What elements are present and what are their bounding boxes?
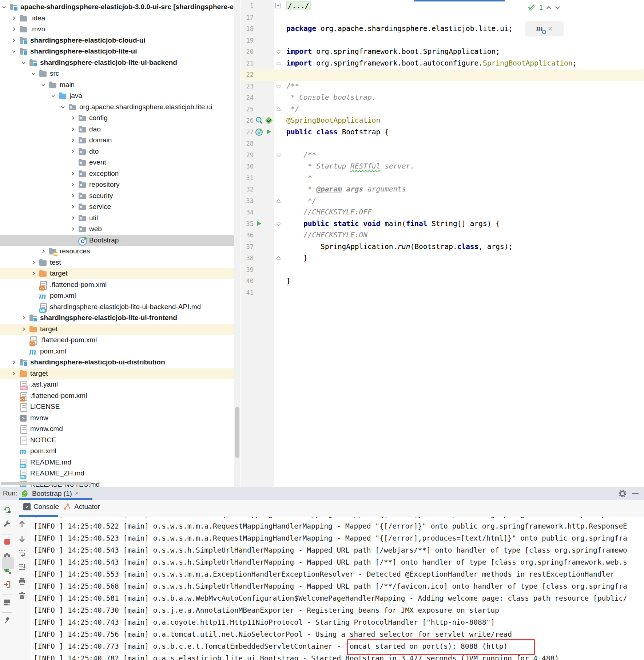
tree-row-security[interactable]: security bbox=[0, 191, 240, 202]
tree-row-target[interactable]: target bbox=[0, 268, 240, 279]
expand-chevron-icon[interactable] bbox=[70, 193, 76, 199]
run-class-icon[interactable] bbox=[255, 128, 263, 137]
tree-row-pom.xml[interactable]: mpom.xml bbox=[0, 291, 240, 301]
close-run-tab-icon[interactable]: × bbox=[75, 490, 79, 497]
maven-reload-icon[interactable]: m bbox=[536, 24, 543, 33]
tree-row-resources[interactable]: resources bbox=[0, 246, 240, 257]
tab-actuator[interactable]: Actuator bbox=[63, 503, 100, 511]
tree-row-readme.md[interactable]: MDREADME.md bbox=[0, 457, 240, 468]
expand-chevron-icon[interactable] bbox=[21, 327, 27, 332]
tree-row-web[interactable]: web bbox=[0, 224, 240, 235]
tree-row-shardingsphere-elasticjob-lite-ui-backend-api.md[interactable]: MDshardingsphere-elasticjob-lite-ui-back… bbox=[0, 302, 240, 313]
fold-marker-icon[interactable] bbox=[276, 256, 281, 261]
tree-row-.mvn[interactable]: .mvn bbox=[0, 24, 240, 35]
next-problem-chevron-icon[interactable] bbox=[555, 6, 560, 9]
expand-chevron-icon[interactable] bbox=[11, 27, 17, 32]
tree-row-mvnw.cmd[interactable]: mvnw.cmd bbox=[0, 424, 240, 435]
tree-row-util[interactable]: util bbox=[0, 213, 240, 224]
dismiss-maven-popup-icon[interactable]: × bbox=[548, 25, 553, 32]
tree-row-event[interactable]: event bbox=[0, 157, 240, 168]
collapse-chevron-icon[interactable] bbox=[1, 4, 7, 10]
tree-row-shardingsphere-elasticjob-cloud-ui[interactable]: shardingsphere-elasticjob-cloud-ui bbox=[0, 35, 240, 46]
expand-chevron-icon[interactable] bbox=[31, 260, 37, 266]
collapse-chevron-icon[interactable] bbox=[60, 104, 66, 110]
tree-row-shardingsphere-elasticjob-lite-ui-backend[interactable]: shardingsphere-elasticjob-lite-ui-backen… bbox=[0, 58, 240, 68]
up-arrow-icon[interactable] bbox=[18, 520, 26, 529]
tree-row-mvnw[interactable]: >mvnw bbox=[0, 413, 240, 424]
tree-row-org.apache.shardingsphere.elasticjob.lite.ui[interactable]: org.apache.shardingsphere.elasticjob.lit… bbox=[0, 102, 240, 113]
stop-icon[interactable] bbox=[3, 538, 11, 546]
run-tab-bootstrap[interactable]: Bootstrap (1) × bbox=[20, 488, 79, 499]
minimize-toolwindow-icon[interactable] bbox=[632, 493, 639, 494]
tree-row-dto[interactable]: dto bbox=[0, 146, 240, 157]
soft-wrap-icon[interactable] bbox=[18, 549, 26, 557]
down-arrow-icon[interactable] bbox=[18, 534, 26, 543]
fold-marker-icon[interactable] bbox=[276, 153, 281, 158]
tree-row-.asf.yaml[interactable]: YML.asf.yaml bbox=[0, 379, 240, 390]
tree-row-repository[interactable]: repository bbox=[0, 179, 240, 190]
collapse-chevron-icon[interactable] bbox=[11, 49, 17, 55]
bean-magnifier-icon[interactable] bbox=[255, 116, 263, 125]
tree-row-shardingsphere-elasticjob-ui-distribution[interactable]: shardingsphere-elasticjob-ui-distributio… bbox=[0, 357, 240, 368]
tree-row-domain[interactable]: domain bbox=[0, 135, 240, 146]
expand-chevron-icon[interactable] bbox=[70, 149, 76, 155]
console-output[interactable]: [INFO ] 14:25:40.522 [main] o.s.w.s.m.m.… bbox=[31, 517, 644, 660]
tree-row-pom.xml[interactable]: mpom.xml bbox=[0, 346, 240, 357]
tree-row-exception[interactable]: exception bbox=[0, 169, 240, 179]
wrench-icon[interactable] bbox=[3, 520, 11, 528]
expand-chevron-icon[interactable] bbox=[70, 182, 76, 188]
tree-horizontal-scrollbar-thumb[interactable] bbox=[1, 482, 91, 485]
tree-row-shardingsphere-elasticjob-lite-ui[interactable]: shardingsphere-elasticjob-lite-ui bbox=[0, 46, 240, 57]
tree-row-target[interactable]: target bbox=[0, 324, 240, 335]
expand-chevron-icon[interactable] bbox=[11, 38, 17, 44]
expand-chevron-icon[interactable] bbox=[70, 216, 76, 221]
previous-problem-chevron-icon[interactable] bbox=[546, 6, 552, 9]
collapse-chevron-icon[interactable] bbox=[21, 60, 27, 66]
tree-row-test[interactable]: test bbox=[0, 257, 240, 268]
expand-chevron-icon[interactable] bbox=[70, 204, 76, 210]
tree-row-notice[interactable]: NOTICE bbox=[0, 435, 240, 446]
fold-marker-icon[interactable] bbox=[276, 84, 281, 89]
play-icon[interactable] bbox=[265, 128, 273, 137]
tree-vertical-scrollbar-thumb[interactable] bbox=[235, 407, 239, 458]
tree-row-.flattened-pom.xml[interactable]: <>.flattened-pom.xml bbox=[0, 391, 240, 402]
tree-row-config[interactable]: config bbox=[0, 113, 240, 124]
rerun-icon[interactable] bbox=[3, 506, 11, 514]
fold-marker-icon[interactable] bbox=[276, 198, 281, 203]
tree-row-apache-shardingsphere-elasticjob-3.0.0-ui-src[interactable]: apache-shardingsphere-elasticjob-3.0.0-u… bbox=[0, 2, 240, 13]
expand-chevron-icon[interactable] bbox=[70, 171, 76, 177]
tree-row-pom.xml[interactable]: mpom.xml bbox=[0, 446, 240, 457]
expand-chevron-icon[interactable] bbox=[70, 226, 76, 232]
exit-icon[interactable] bbox=[3, 580, 11, 589]
maven-reload-popup[interactable]: m × bbox=[525, 21, 564, 36]
print-icon[interactable] bbox=[18, 577, 26, 585]
collapse-chevron-icon[interactable] bbox=[31, 71, 37, 77]
expand-chevron-icon[interactable] bbox=[41, 249, 47, 254]
tree-vertical-scrollbar[interactable] bbox=[234, 0, 240, 487]
expand-chevron-icon[interactable] bbox=[70, 115, 76, 121]
fold-marker-icon[interactable] bbox=[276, 61, 281, 66]
expand-chevron-icon[interactable] bbox=[21, 315, 27, 321]
fold-expand-icon[interactable]: + bbox=[275, 3, 281, 8]
expand-chevron-icon[interactable] bbox=[11, 16, 17, 21]
tab-console[interactable]: > Console bbox=[23, 503, 59, 511]
fold-marker-icon[interactable] bbox=[276, 49, 281, 54]
tree-row-dao[interactable]: dao bbox=[0, 124, 240, 135]
tree-row-shardingsphere-elasticjob-lite-ui-frontend[interactable]: shardingsphere-elasticjob-lite-ui-fronte… bbox=[0, 313, 240, 324]
expand-chevron-icon[interactable] bbox=[70, 138, 76, 143]
tree-row-license[interactable]: LICENSE bbox=[0, 402, 240, 412]
inspections-widget[interactable]: 1 bbox=[527, 3, 560, 12]
fold-marker-icon[interactable] bbox=[276, 221, 281, 226]
tree-row-readme_zh.md[interactable]: MDREADME_ZH.md bbox=[0, 468, 240, 479]
collapse-chevron-icon[interactable] bbox=[41, 82, 47, 88]
tree-row-main[interactable]: main bbox=[0, 80, 240, 91]
tree-row-.flattened-pom.xml[interactable]: <>.flattened-pom.xml bbox=[0, 280, 240, 291]
tree-row-java[interactable]: java bbox=[0, 91, 240, 102]
tree-row-bootstrap[interactable]: CBootstrap bbox=[0, 235, 240, 246]
pin-icon[interactable] bbox=[3, 616, 11, 624]
expand-chevron-icon[interactable] bbox=[31, 271, 37, 277]
collapse-chevron-icon[interactable] bbox=[51, 93, 56, 99]
expand-chevron-icon[interactable] bbox=[70, 127, 76, 133]
tree-row-service[interactable]: service bbox=[0, 202, 240, 213]
tree-row-.flattened-pom.xml[interactable]: <>.flattened-pom.xml bbox=[0, 335, 240, 346]
